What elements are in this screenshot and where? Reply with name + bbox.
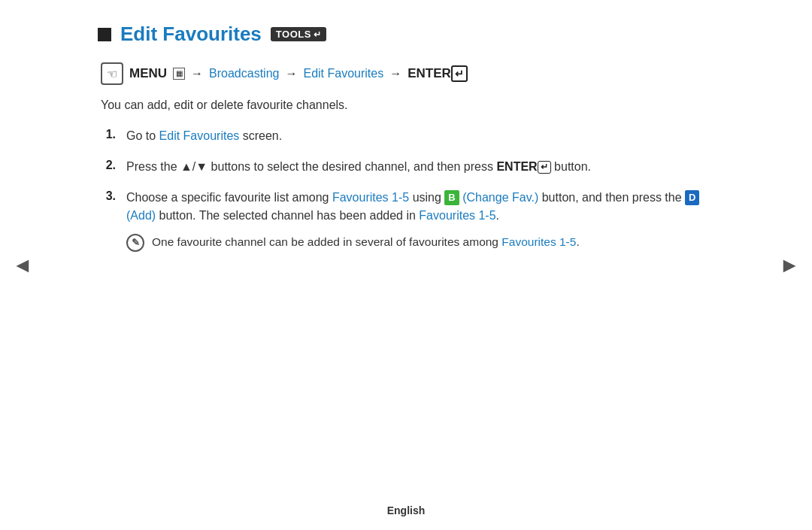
nav-arrow-right[interactable]: ► bbox=[779, 253, 800, 277]
arrow-sep-2: → bbox=[285, 67, 297, 80]
nav-arrow-left[interactable]: ◄ bbox=[12, 253, 33, 277]
step-2-num: 2. bbox=[98, 158, 116, 172]
green-b-button: B bbox=[444, 190, 459, 205]
page-title: Edit Favourites bbox=[120, 23, 262, 46]
tools-icon: ↵ bbox=[314, 29, 322, 40]
step-3-fav-link-2: Favourites 1-5 bbox=[419, 209, 495, 222]
breadcrumb: ☜ MENU ▦ → Broadcasting → Edit Favourite… bbox=[98, 62, 714, 85]
step-1-content: Go to Edit Favourites screen. bbox=[126, 127, 714, 146]
step-1-link: Edit Favourites bbox=[159, 129, 240, 142]
footer-language: English bbox=[387, 504, 426, 516]
step-2-enter-bold: ENTER↵ bbox=[496, 160, 550, 173]
note-icon: ✎ bbox=[126, 234, 144, 252]
enter-label: ENTER↵ bbox=[408, 65, 468, 82]
step-3-change-fav-link: (Change Fav.) bbox=[462, 191, 538, 204]
menu-icon-box: ☜ bbox=[101, 62, 123, 85]
step-3-add-link: (Add) bbox=[126, 209, 156, 222]
note-row: ✎ One favourite channel can be added in … bbox=[126, 233, 714, 252]
title-row: Edit Favourites TOOLS ↵ bbox=[98, 23, 714, 46]
menu-label: MENU bbox=[129, 66, 167, 81]
description-text: You can add, edit or delete favourite ch… bbox=[98, 98, 714, 112]
step-1: 1. Go to Edit Favourites screen. bbox=[98, 127, 714, 146]
arrow-sep-1: → bbox=[191, 67, 203, 80]
tools-label: TOOLS bbox=[276, 29, 311, 40]
note-text: One favourite channel can be added in se… bbox=[152, 233, 580, 251]
step-2-enter-icon: ↵ bbox=[538, 161, 551, 174]
enter-icon: ↵ bbox=[451, 65, 468, 82]
footer: English bbox=[0, 504, 812, 516]
step-2-content: Press the ▲/▼ buttons to select the desi… bbox=[126, 158, 714, 177]
menu-grid-icon: ▦ bbox=[173, 68, 185, 80]
step-3-fav-link-1: Favourites 1-5 bbox=[332, 191, 409, 204]
breadcrumb-broadcasting: Broadcasting bbox=[209, 67, 279, 80]
step-1-num: 1. bbox=[98, 127, 116, 141]
breadcrumb-edit-favourites: Edit Favourites bbox=[303, 67, 383, 80]
menu-hand-icon: ☜ bbox=[107, 67, 117, 81]
step-list: 1. Go to Edit Favourites screen. 2. Pres… bbox=[98, 127, 714, 252]
step-3: 3. Choose a specific favourite list amon… bbox=[98, 189, 714, 253]
step-2: 2. Press the ▲/▼ buttons to select the d… bbox=[98, 158, 714, 177]
title-square-icon bbox=[98, 28, 111, 41]
tools-badge: TOOLS ↵ bbox=[271, 27, 327, 41]
step-3-content: Choose a specific favourite list among F… bbox=[126, 189, 714, 253]
main-content: Edit Favourites TOOLS ↵ ☜ MENU ▦ → Broad… bbox=[38, 0, 774, 286]
step-3-num: 3. bbox=[98, 189, 116, 203]
blue-d-button: D bbox=[685, 190, 699, 205]
note-fav-link: Favourites 1-5 bbox=[501, 235, 576, 248]
arrow-sep-3: → bbox=[389, 67, 401, 80]
